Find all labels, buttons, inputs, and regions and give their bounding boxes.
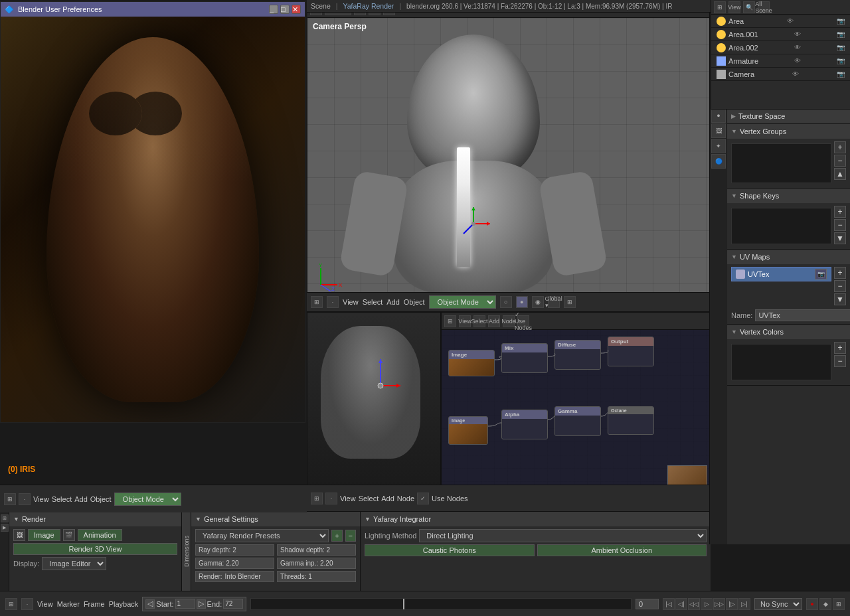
armature-eye-icon[interactable]: 👁 [794,57,801,64]
vertex-groups-header[interactable]: ▼ Vertex Groups [727,124,850,139]
uvmap-name-field[interactable] [755,309,850,321]
vc-add-btn[interactable]: + [834,342,846,354]
outliner-view-btn[interactable]: View [728,1,740,13]
scene-item-armature[interactable]: Armature 👁 📷 [711,54,850,68]
sk-move-btn[interactable]: ▼ [834,232,846,244]
add-menu[interactable]: Add [386,298,400,306]
maximize-button[interactable]: □ [280,5,290,14]
timeline-marker-menu[interactable]: Marker [57,600,80,608]
camera-eye-icon[interactable]: 👁 [792,70,799,78]
presets-remove-btn[interactable]: − [345,530,356,542]
outliner-search-btn[interactable]: 🔍 [743,1,755,13]
bottom-select-menu[interactable]: Select [52,495,72,503]
uv-add-btn[interactable]: + [834,267,846,279]
vp-shade-2[interactable]: ● [516,296,528,308]
node-card-6[interactable]: Alpha [501,410,548,439]
frame-next-btn[interactable]: ▷ [197,599,206,609]
uv-maps-header[interactable]: ▼ UV Maps [727,250,850,264]
uvmap-item-uvtex[interactable]: UVTex 📷 [731,267,831,281]
gamma-inp-field[interactable]: Gamma inp.: 2.20 [277,558,356,569]
node-bottom-icon[interactable]: ⊞ [311,493,323,504]
node-card-1[interactable]: Image [448,350,495,376]
props-tab-material[interactable]: ● [711,108,726,123]
vp-shade-1[interactable]: ○ [500,296,512,308]
vp-global[interactable]: Global ▾ [548,296,560,308]
render-image-btn[interactable]: Image [28,529,60,541]
close-button[interactable]: ✕ [292,5,301,14]
left-icon-2[interactable]: ▶ [1,524,9,532]
tl-rec-btn[interactable]: ● [806,598,818,610]
vp-snap[interactable]: ⊞ [564,296,576,308]
bottom-view-icon[interactable]: ⊞ [4,493,16,505]
timeline-view-menu[interactable]: View [37,600,53,608]
jump-end-btn[interactable]: ▷| [738,598,750,610]
sk-remove-btn[interactable]: − [834,219,846,231]
vg-move-up-btn[interactable]: ▲ [834,168,846,180]
current-frame-input[interactable] [636,599,659,609]
play-fwd-btn[interactable]: ▷▷ [713,598,725,610]
node-use-nodes-btn[interactable]: ✓ Use Nodes [517,315,529,327]
node-card-4[interactable]: Output [608,337,654,366]
timeline-scrubber[interactable] [250,598,632,610]
props-tab-texture[interactable]: 🖼 [711,123,726,138]
step-fwd-btn[interactable]: |▷ [726,598,738,610]
left-icon-1[interactable]: ⊞ [1,514,9,522]
view-menu[interactable]: View [343,298,359,306]
outliner-icon[interactable]: ⊞ [714,1,726,13]
display-dropdown[interactable]: Image Editor [42,557,106,570]
node-card-5[interactable]: Image [448,416,488,445]
vc-remove-btn[interactable]: − [834,355,846,367]
area2-eye-icon[interactable]: 👁 [794,31,801,38]
node-card-3[interactable]: Diffuse [554,340,601,370]
play-back-btn[interactable]: ◁◁ [688,598,700,610]
jump-start-btn[interactable]: |◁ [663,598,675,610]
tl-key-btn[interactable]: ◆ [819,598,831,610]
scene-item-camera[interactable]: Camera 👁 📷 [711,68,850,81]
object-mode-dropdown[interactable]: Object Mode [429,295,496,309]
timeline-playback-menu[interactable]: Playback [109,600,139,608]
texture-space-header[interactable]: ▶ Texture Space [727,109,850,123]
vg-remove-btn[interactable]: − [834,155,846,167]
presets-dropdown[interactable]: Yafaray Render Presets [195,529,329,542]
scene-item-area2[interactable]: Area.001 👁 📷 [711,28,850,41]
props-tab-physics[interactable]: 🔵 [711,154,726,169]
armature-render-icon[interactable]: 📷 [837,57,845,64]
bottom-view-menu[interactable]: View [33,495,49,503]
node-card-octane[interactable]: Octane [608,406,654,435]
shape-keys-header[interactable]: ▼ Shape Keys [727,189,850,203]
minimize-button[interactable]: _ [269,5,278,14]
vp-dot[interactable]: · [327,296,339,308]
step-back-btn[interactable]: ◁| [675,598,687,610]
bottom-object-menu[interactable]: Object [90,495,112,503]
start-frame-input[interactable] [175,599,195,609]
scene-item-area1[interactable]: Area 👁 📷 [711,15,850,28]
node-node-menu2[interactable]: Node [397,495,414,502]
lighting-method-dropdown[interactable]: Direct Lighting [419,529,707,542]
node-view-menu[interactable]: View [459,315,471,327]
render-3d-btn[interactable]: Render 3D View [13,543,177,555]
vp-shade-3[interactable]: ◉ [532,296,544,308]
area3-render-icon[interactable]: 📷 [837,44,845,51]
play-btn[interactable]: ▷ [701,598,713,610]
select-menu[interactable]: Select [363,298,383,306]
uvmap-camera-btn[interactable]: 📷 [815,269,827,279]
ray-depth-field[interactable]: Ray depth: 2 [195,544,274,556]
props-tab-particles[interactable]: ✦ [711,139,726,153]
end-frame-input[interactable] [223,599,243,609]
node-node-menu[interactable]: Node [503,315,515,327]
node-select-menu2[interactable]: Select [359,495,379,502]
node-right-icon[interactable]: ⊞ [444,315,456,327]
area2-render-icon[interactable]: 📷 [837,31,845,38]
gamma-field[interactable]: Gamma: 2.20 [195,558,274,569]
threads-field[interactable]: Threads: 1 [277,571,356,582]
node-usern-checkbox[interactable]: ✓ [417,493,429,504]
node-card-2[interactable]: Mix [501,343,548,373]
timeline-frame-menu[interactable]: Frame [84,600,105,608]
node-bottom-dot[interactable]: · [325,493,337,504]
object-menu[interactable]: Object [404,298,425,306]
render-into-field[interactable]: Render: Into Blender [195,571,274,582]
node-card-7[interactable]: Gamma [554,406,601,436]
shadow-depth-field[interactable]: Shadow depth: 2 [277,544,356,556]
area3-eye-icon[interactable]: 👁 [794,44,801,51]
node-add-menu2[interactable]: Add [381,495,394,502]
